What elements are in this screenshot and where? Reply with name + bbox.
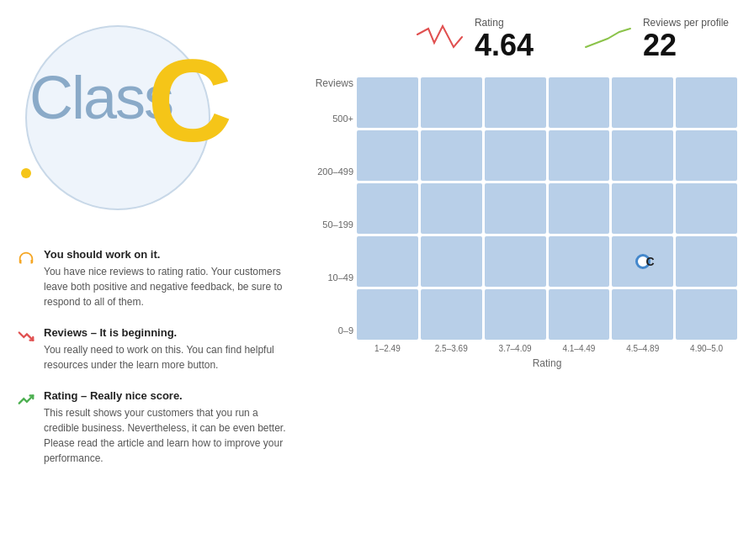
y-axis-wrapper: Reviews 500+ 200–499 50–199 10–49 0–9 [303,77,353,356]
y-label-500: 500+ [303,93,353,144]
cell-0-3 [549,77,610,128]
class-dot [21,168,31,178]
cell-2-1 [421,183,482,234]
rating-label: Rating [475,17,534,29]
cell-4-1 [421,289,482,340]
chart-area: Reviews 500+ 200–499 50–199 10–49 0–9 [303,77,737,369]
cell-3-0 [357,236,418,287]
position-label: C [645,255,654,268]
y-label-0: 0–9 [303,305,353,356]
cell-0-2 [485,77,546,128]
cell-1-2 [485,130,546,181]
x-axis: 1–2.49 2.5–3.69 3.7–4.09 4.1–4.49 4.5–4.… [357,344,737,353]
left-panel: Class C You should work on it. You have … [17,17,286,543]
cell-1-3 [549,130,610,181]
cell-4-2 [485,289,546,340]
insight-rating: You should work on it. You have nice rev… [17,248,286,309]
insights-list: You should work on it. You have nice rev… [17,248,286,466]
cell-2-0 [357,183,418,234]
x-label-1: 2.5–3.69 [421,344,482,353]
y-label-200: 200–499 [303,146,353,197]
insight-reviews-content: Reviews – It is beginning. You really ne… [44,326,286,372]
cell-2-2 [485,183,546,234]
cell-4-5 [676,289,737,340]
class-letter: C [147,42,232,160]
cell-4-0 [357,289,418,340]
metrics-row: Rating 4.64 Reviews per profile 22 [303,17,737,61]
y-axis-title: Reviews [303,77,353,89]
insight-score-content: Rating – Really nice score. This result … [44,389,286,466]
x-label-3: 4.1–4.49 [549,344,610,353]
cell-3-4-marker: C [612,236,673,287]
cell-0-1 [421,77,482,128]
trending-up-icon [17,391,35,409]
cell-3-5 [676,236,737,287]
reviews-sparkline [584,22,635,55]
headset-icon [17,250,35,268]
grid: C [357,77,737,340]
x-label-5: 4.90–5.0 [676,344,737,353]
x-label-4: 4.5–4.89 [612,344,673,353]
rating-value: 4.64 [475,28,534,62]
cell-2-4 [612,183,673,234]
x-axis-title: Rating [357,357,737,369]
insight-score-title: Rating – Really nice score. [44,389,286,402]
y-label-10: 10–49 [303,252,353,303]
cell-3-3 [549,236,610,287]
x-label-2: 3.7–4.09 [485,344,546,353]
reviews-value: 22 [643,28,677,62]
cell-4-4 [612,289,673,340]
class-graphic: Class C [17,17,269,235]
y-label-50: 50–199 [303,199,353,250]
cell-4-3 [549,289,610,340]
cell-0-4 [612,77,673,128]
rating-metric: Rating 4.64 [416,17,534,61]
reviews-metric: Reviews per profile 22 [584,17,729,61]
cell-2-3 [549,183,610,234]
cell-3-2 [485,236,546,287]
trending-down-icon [17,328,35,346]
y-labels: 500+ 200–499 50–199 10–49 0–9 [303,93,353,356]
insight-reviews-desc: You really need to work on this. You can… [44,342,286,372]
cell-1-4 [612,130,673,181]
cell-1-1 [421,130,482,181]
insight-rating-content: You should work on it. You have nice rev… [44,248,286,309]
chart-wrapper: Reviews 500+ 200–499 50–199 10–49 0–9 [303,77,737,369]
insight-rating-title: You should work on it. [44,248,286,261]
cell-0-5 [676,77,737,128]
insight-rating-desc: You have nice reviews to rating ratio. Y… [44,264,286,309]
reviews-info: Reviews per profile 22 [643,17,729,61]
reviews-label: Reviews per profile [643,17,729,29]
insight-score-desc: This result shows your customers that yo… [44,405,286,466]
cell-3-1 [421,236,482,287]
cell-1-5 [676,130,737,181]
insight-reviews-title: Reviews – It is beginning. [44,326,286,339]
cell-0-0 [357,77,418,128]
cell-1-0 [357,130,418,181]
rating-info: Rating 4.64 [475,17,534,61]
rating-sparkline [416,22,466,55]
cell-2-5 [676,183,737,234]
insight-score: Rating – Really nice score. This result … [17,389,286,466]
right-panel: Rating 4.64 Reviews per profile 22 Revie… [286,17,737,543]
grid-and-x: C 1–2.49 2.5–3.69 [357,77,737,369]
x-label-0: 1–2.49 [357,344,418,353]
insight-reviews: Reviews – It is beginning. You really ne… [17,326,286,372]
